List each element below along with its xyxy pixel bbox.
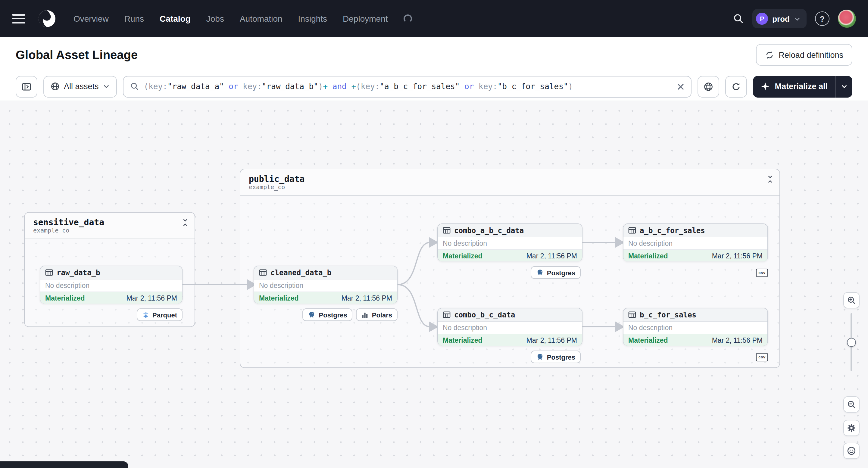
query-segment: "b_c_for_sales" bbox=[498, 82, 568, 91]
lineage-canvas[interactable]: sensitive_data example_co public_data ex… bbox=[0, 101, 868, 468]
asset-scope-label: All assets bbox=[64, 82, 99, 91]
query-segment: (key: bbox=[144, 82, 167, 91]
reload-definitions-button[interactable]: Reload definitions bbox=[756, 44, 852, 66]
help-icon[interactable]: ? bbox=[815, 11, 830, 26]
open-left-panel-button[interactable] bbox=[16, 75, 37, 97]
asset-node-header: raw_data_b bbox=[40, 266, 182, 279]
asset-description: No description bbox=[623, 237, 767, 250]
kind-tag-postgres[interactable]: Postgres bbox=[531, 350, 581, 363]
kind-tag-postgres[interactable]: Postgres bbox=[303, 308, 353, 321]
collapse-group-icon[interactable] bbox=[182, 219, 189, 226]
reload-icon bbox=[765, 50, 774, 59]
kind-tag-polars[interactable]: Polars bbox=[356, 308, 398, 321]
asset-node-combo_a_b_c_data[interactable]: combo_a_b_c_data No description Material… bbox=[437, 223, 583, 261]
asset-status-row: Materialized Mar 2, 11:56 PM bbox=[40, 292, 182, 304]
user-avatar[interactable] bbox=[838, 10, 856, 28]
smiley-icon bbox=[847, 446, 856, 455]
asset-status-row: Materialized Mar 2, 11:56 PM bbox=[254, 292, 397, 304]
collapse-group-icon[interactable] bbox=[767, 175, 773, 183]
query-segment: "raw_data_b" bbox=[262, 82, 318, 91]
asset-node-cleaned_data_b[interactable]: cleaned_data_b No description Materializ… bbox=[254, 266, 398, 304]
materialize-options-caret[interactable] bbox=[835, 75, 852, 97]
asset-scope-dropdown[interactable]: All assets bbox=[43, 75, 117, 97]
kind-tag-postgres[interactable]: Postgres bbox=[531, 266, 581, 279]
search-icon bbox=[130, 82, 139, 91]
menu-icon[interactable] bbox=[12, 14, 25, 24]
materialized-timestamp: Mar 2, 11:56 PM bbox=[712, 252, 763, 259]
query-segment: ) bbox=[568, 82, 573, 91]
group-subtitle: example_co bbox=[249, 184, 771, 191]
asset-status-row: Materialized Mar 2, 11:56 PM bbox=[438, 250, 582, 261]
tag-label: Postgres bbox=[547, 353, 575, 361]
asset-node-a_b_c_for_sales[interactable]: a_b_c_for_sales No description Materiali… bbox=[623, 223, 768, 261]
postgres-icon bbox=[308, 311, 316, 319]
polars-icon bbox=[362, 311, 369, 318]
minimap-panel-edge[interactable] bbox=[0, 461, 128, 468]
table-icon bbox=[443, 226, 451, 234]
graph-view-options-button[interactable] bbox=[698, 75, 719, 97]
graph-settings-button[interactable] bbox=[843, 420, 860, 436]
asset-node-header: b_c_for_sales bbox=[623, 308, 767, 322]
nav-item-catalog[interactable]: Catalog bbox=[160, 14, 191, 24]
dagster-logo[interactable] bbox=[37, 9, 57, 28]
materialized-status: Materialized bbox=[259, 294, 299, 302]
asset-node-header: combo_b_c_data bbox=[438, 308, 582, 322]
asset-node-combo_b_c_data[interactable]: combo_b_c_data No description Materializ… bbox=[437, 308, 583, 346]
query-segment: or bbox=[460, 82, 478, 91]
zoom-in-button[interactable] bbox=[843, 292, 860, 308]
asset-node-b_c_for_sales[interactable]: b_c_for_sales No description Materialize… bbox=[623, 308, 768, 346]
loading-spinner bbox=[404, 14, 412, 23]
tag-label: Postgres bbox=[547, 269, 575, 276]
asset-node-header: a_b_c_for_sales bbox=[623, 224, 767, 237]
nav-item-insights[interactable]: Insights bbox=[298, 14, 328, 24]
page-header: Global Asset Lineage Reload definitions bbox=[0, 37, 868, 72]
panel-toggle-icon bbox=[22, 82, 31, 91]
query-segment: + bbox=[323, 82, 328, 91]
group-name: sensitive_data bbox=[33, 217, 186, 227]
postgres-icon bbox=[536, 269, 544, 277]
nav-item-deployment[interactable]: Deployment bbox=[343, 14, 388, 24]
materialize-all-main[interactable]: Materialize all bbox=[753, 75, 835, 97]
tag-label: Parquet bbox=[152, 311, 177, 318]
query-segment: and bbox=[328, 82, 351, 91]
kind-tag-parquet[interactable]: Parquet bbox=[137, 308, 183, 321]
chevron-down-icon bbox=[841, 83, 847, 90]
materialized-timestamp: Mar 2, 11:56 PM bbox=[526, 252, 577, 259]
query-segment: (key: bbox=[356, 82, 379, 91]
materialized-timestamp: Mar 2, 11:56 PM bbox=[126, 294, 177, 302]
search-icon[interactable] bbox=[733, 13, 744, 24]
asset-status-row: Materialized Mar 2, 11:56 PM bbox=[438, 334, 582, 346]
asset-name: cleaned_data_b bbox=[271, 268, 331, 277]
materialized-status: Materialized bbox=[628, 252, 668, 259]
asset-name: combo_a_b_c_data bbox=[454, 226, 524, 235]
zoom-out-button[interactable] bbox=[843, 396, 860, 413]
asset-status-row: Materialized Mar 2, 11:56 PM bbox=[623, 334, 767, 346]
feedback-button[interactable] bbox=[843, 443, 860, 459]
deployment-switcher[interactable]: P prod bbox=[752, 9, 807, 28]
asset-name: b_c_for_sales bbox=[640, 311, 696, 319]
csv-icon[interactable]: csv bbox=[756, 268, 768, 277]
nav-item-runs[interactable]: Runs bbox=[124, 14, 144, 24]
nav-item-overview[interactable]: Overview bbox=[73, 14, 109, 24]
asset-name: raw_data_b bbox=[57, 268, 100, 277]
table-icon bbox=[628, 226, 636, 234]
asset-node-header: combo_a_b_c_data bbox=[438, 224, 582, 237]
nav-item-jobs[interactable]: Jobs bbox=[206, 14, 224, 24]
materialized-status: Materialized bbox=[628, 336, 668, 344]
zoom-slider[interactable] bbox=[843, 313, 860, 390]
chevron-down-icon bbox=[794, 15, 801, 22]
nav-item-automation[interactable]: Automation bbox=[240, 14, 282, 24]
top-nav: Overview Runs Catalog Jobs Automation In… bbox=[0, 0, 868, 37]
clear-query-icon[interactable] bbox=[677, 83, 684, 90]
asset-node-raw_data_b[interactable]: raw_data_b No description Materialized M… bbox=[40, 266, 183, 304]
asset-selection-input[interactable]: (key:"raw_data_a" or key:"raw_data_b")+ … bbox=[123, 75, 692, 97]
materialize-all-button[interactable]: Materialize all bbox=[753, 75, 852, 97]
page-title: Global Asset Lineage bbox=[16, 48, 137, 62]
refresh-button[interactable] bbox=[725, 75, 747, 97]
group-header[interactable]: public_data example_co bbox=[240, 169, 779, 196]
zoom-slider-thumb[interactable] bbox=[847, 338, 856, 347]
csv-icon[interactable]: csv bbox=[756, 353, 768, 361]
query-segment: "a_b_c_for_sales" bbox=[379, 82, 460, 91]
table-icon bbox=[259, 269, 267, 277]
group-header[interactable]: sensitive_data example_co bbox=[25, 213, 194, 239]
